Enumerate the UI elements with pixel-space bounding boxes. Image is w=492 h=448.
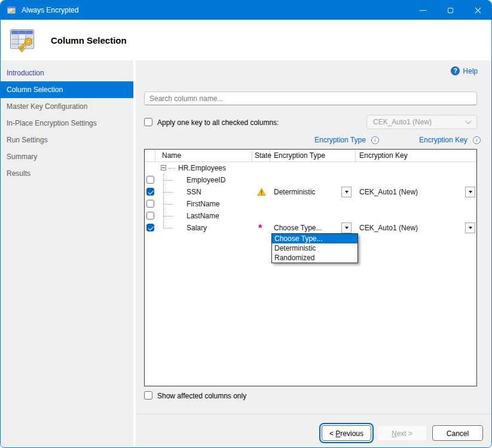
header-encryption-key: Encryption Key (359, 150, 408, 161)
close-button[interactable] (464, 1, 491, 20)
dropdown-arrow-icon (469, 191, 472, 193)
maximize-icon (448, 8, 453, 13)
encryption-type-dropdown-button[interactable] (341, 223, 352, 233)
apply-one-key-label: Apply one key to all checked columns: (157, 118, 279, 127)
column-name: LastName (187, 210, 219, 222)
tree-line (163, 216, 173, 217)
column-name: SSN (187, 186, 201, 198)
next-button[interactable]: Next > (377, 425, 427, 441)
tree-line (163, 222, 164, 228)
row-checkbox-employeeid[interactable] (146, 176, 154, 184)
collapse-tree-icon[interactable] (161, 165, 166, 170)
sidebar-item-run-settings[interactable]: Run Settings (1, 132, 133, 148)
column-name: FirstName (187, 198, 219, 210)
encryption-type-link-group: Encryption Type i (314, 136, 379, 144)
help-label: Help (463, 67, 478, 75)
sidebar-item-column-selection[interactable]: Column Selection (1, 81, 133, 98)
footer-divider (136, 414, 491, 415)
cancel-button[interactable]: Cancel (432, 425, 483, 441)
window-controls (409, 1, 491, 20)
column-name: Salary (187, 222, 207, 234)
minimize-icon (420, 10, 426, 11)
table-row: FirstName (145, 198, 476, 210)
minimize-button[interactable] (409, 1, 436, 20)
column-name: EmployeeID (187, 174, 225, 186)
encryption-key-dropdown-button[interactable] (465, 187, 475, 197)
table-row: EmployeeID (145, 174, 476, 186)
column-separator (355, 150, 356, 161)
tree-line (163, 204, 173, 205)
wizard-steps-sidebar: Introduction Column Selection Master Key… (1, 60, 133, 447)
maximize-button[interactable] (436, 1, 464, 20)
encryption-key-link[interactable]: Encryption Key (419, 136, 467, 144)
help-link[interactable]: ? Help (451, 66, 478, 75)
table-row: SSN Deterministic CEK_Auto1 (New) (145, 186, 476, 198)
sidebar-item-in-place-encryption-settings[interactable]: In-Place Encryption Settings (1, 115, 133, 132)
header-name: Name (162, 150, 181, 161)
column-separator (155, 150, 155, 161)
dropdown-option-deterministic[interactable]: Deterministic (272, 243, 357, 253)
required-asterisk-icon: * (258, 224, 262, 233)
apply-key-combobox[interactable]: CEK_Auto1 (New) (366, 115, 477, 129)
apply-key-value: CEK_Auto1 (New) (373, 118, 432, 126)
warning-triangle-icon (257, 188, 266, 196)
table-group-name: HR.Employees (178, 162, 226, 174)
encryption-key-cell[interactable]: CEK_Auto1 (New) (359, 186, 418, 198)
table-row: Salary * Choose Type... CEK_Auto1 (New) (145, 222, 476, 234)
table-key-icon (7, 5, 16, 15)
dropdown-option-choose-type[interactable]: Choose Type... (272, 234, 357, 243)
wizard-header: Column Selection (1, 20, 491, 60)
tree-line (163, 228, 173, 228)
sidebar-item-results[interactable]: Results (1, 165, 133, 182)
page-title: Column Selection (51, 35, 127, 45)
encryption-key-dropdown-button[interactable] (465, 223, 475, 233)
table-row-group: HR.Employees (145, 162, 476, 174)
tree-line (167, 168, 175, 169)
info-circle-icon[interactable]: i (371, 136, 379, 144)
dropdown-option-randomized[interactable]: Randomized (272, 253, 357, 263)
encryption-key-link-group: Encryption Key i (419, 136, 481, 144)
column-selection-content: ? Help Apply one key to all checked colu… (136, 60, 491, 447)
tree-line (163, 180, 173, 181)
info-circle-icon[interactable]: i (473, 136, 481, 144)
title-bar: Always Encrypted (1, 1, 491, 20)
columns-table: Name State Encryption Type Encryption Ke… (144, 149, 477, 386)
header-state: State (255, 150, 271, 161)
encryption-type-cell[interactable]: Choose Type... (274, 222, 322, 234)
row-checkbox-firstname[interactable] (146, 200, 154, 208)
apply-one-key-checkbox[interactable] (144, 118, 152, 126)
row-checkbox-ssn[interactable] (146, 188, 154, 196)
row-checkbox-lastname[interactable] (146, 212, 154, 220)
close-icon (474, 7, 482, 14)
show-affected-columns-label: Show affected columns only (157, 392, 246, 400)
dropdown-arrow-icon (345, 191, 349, 193)
column-separator (252, 150, 252, 161)
search-input[interactable] (144, 92, 477, 105)
table-header: Name State Encryption Type Encryption Ke… (145, 150, 476, 162)
sidebar-item-summary[interactable]: Summary (1, 148, 133, 165)
table-row: LastName (145, 210, 476, 222)
sidebar-item-master-key-configuration[interactable]: Master Key Configuration (1, 98, 133, 115)
show-affected-columns-checkbox[interactable] (144, 391, 152, 400)
encryption-type-link[interactable]: Encryption Type (314, 136, 366, 144)
table-key-icon (8, 25, 36, 54)
row-checkbox-salary[interactable] (146, 224, 154, 231)
help-question-icon: ? (451, 66, 460, 75)
dropdown-arrow-icon (345, 227, 349, 229)
encryption-key-cell[interactable]: CEK_Auto1 (New) (359, 222, 418, 234)
chevron-down-icon (466, 118, 472, 124)
encryption-type-cell[interactable]: Deterministic (274, 186, 315, 198)
encryption-type-dropdown-button[interactable] (341, 187, 352, 197)
window-title: Always Encrypted (22, 6, 78, 14)
sidebar-item-introduction[interactable]: Introduction (1, 65, 133, 81)
encryption-type-dropdown-list: Choose Type... Deterministic Randomized (271, 233, 358, 263)
tree-line (163, 192, 173, 193)
header-encryption-type: Encryption Type (274, 150, 325, 161)
dropdown-arrow-icon (469, 227, 472, 229)
always-encrypted-window: Always Encrypted Column Selection Int (0, 0, 492, 448)
previous-button[interactable]: < Previous (322, 425, 371, 441)
